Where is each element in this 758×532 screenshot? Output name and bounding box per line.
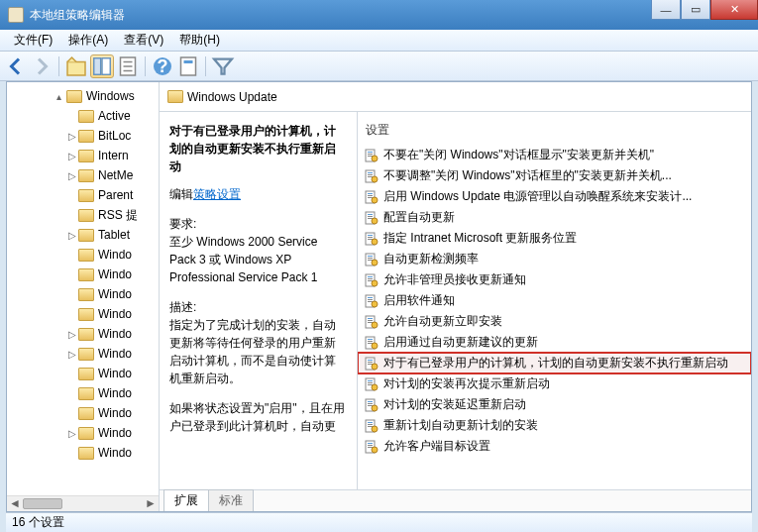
back-button[interactable] xyxy=(4,54,28,78)
tree-item[interactable]: ▷Tablet xyxy=(7,225,159,245)
folder-icon xyxy=(78,268,94,281)
tree-item[interactable]: Windo xyxy=(7,364,159,383)
svg-point-47 xyxy=(372,301,378,307)
tree-item-label: Intern xyxy=(98,149,129,162)
expand-icon[interactable]: ▷ xyxy=(68,349,78,360)
tree-item[interactable]: ▷Windo xyxy=(7,423,159,443)
minimize-button[interactable]: — xyxy=(651,0,681,20)
settings-item[interactable]: 启用软件通知 xyxy=(358,290,751,311)
window-controls: — ▭ ✕ xyxy=(651,0,758,20)
svg-point-67 xyxy=(372,384,378,390)
maximize-button[interactable]: ▭ xyxy=(681,0,710,20)
folder-icon xyxy=(78,130,94,143)
tree-item-label: Windo xyxy=(98,248,132,262)
settings-item[interactable]: 允许非管理员接收更新通知 xyxy=(358,269,751,290)
export-list-button[interactable] xyxy=(116,54,140,78)
svg-rect-54 xyxy=(368,339,373,340)
svg-rect-55 xyxy=(368,341,373,342)
up-button[interactable] xyxy=(64,54,88,78)
expand-icon[interactable]: ▷ xyxy=(68,170,78,181)
policy-icon xyxy=(364,252,379,267)
show-hide-tree-button[interactable] xyxy=(90,54,114,78)
settings-item[interactable]: 启用通过自动更新建议的更新 xyxy=(358,332,751,353)
tree-item[interactable]: Active xyxy=(7,106,159,126)
svg-point-62 xyxy=(372,364,378,370)
settings-item-label: 允许非管理员接收更新通知 xyxy=(383,271,526,288)
tree-hscrollbar[interactable]: ◄► xyxy=(7,495,159,511)
folder-icon xyxy=(78,447,94,460)
settings-item[interactable]: 允许自动更新立即安装 xyxy=(358,311,751,332)
tree-item[interactable]: Windo xyxy=(7,284,159,304)
tree-item[interactable]: ▷Windo xyxy=(7,324,159,344)
settings-item[interactable]: 重新计划自动更新计划的安装 xyxy=(358,415,751,436)
policy-icon xyxy=(364,189,379,205)
settings-item-label: 对于有已登录用户的计算机，计划的自动更新安装不执行重新启动 xyxy=(383,355,728,372)
menu-action[interactable]: 操作(A) xyxy=(60,32,116,49)
expand-icon[interactable]: ▷ xyxy=(68,230,78,241)
svg-point-22 xyxy=(372,197,378,203)
requirements-label: 要求: xyxy=(169,215,347,233)
expand-icon[interactable]: ▷ xyxy=(68,428,78,439)
svg-point-12 xyxy=(372,156,378,161)
settings-item[interactable]: 允许客户端目标设置 xyxy=(358,436,751,457)
settings-item[interactable]: 对计划的安装再次提示重新启动 xyxy=(358,373,751,394)
settings-item[interactable]: 配置自动更新 xyxy=(358,207,751,228)
tree-item[interactable]: ▷Intern xyxy=(7,146,159,165)
tab-extended[interactable]: 扩展 xyxy=(163,489,209,511)
help-button[interactable]: ? xyxy=(151,54,174,78)
tree-item[interactable]: Windo xyxy=(7,265,159,284)
description-label: 描述: xyxy=(169,298,347,316)
expand-icon[interactable]: ▷ xyxy=(68,329,78,340)
tree-item[interactable]: ▴Windows xyxy=(7,86,159,106)
settings-item[interactable]: 启用 Windows Update 电源管理以自动唤醒系统来安装计... xyxy=(358,186,751,207)
tree-item-label: Windo xyxy=(98,327,132,341)
status-text: 16 个设置 xyxy=(12,514,64,531)
svg-point-37 xyxy=(372,260,378,266)
expand-icon[interactable]: ▷ xyxy=(68,151,78,161)
close-button[interactable]: ✕ xyxy=(710,0,758,20)
expand-icon[interactable]: ▴ xyxy=(56,91,66,102)
expand-icon[interactable]: ▷ xyxy=(68,131,78,142)
svg-rect-69 xyxy=(368,401,373,402)
tree-item[interactable]: Windo xyxy=(7,383,159,403)
tree-item[interactable]: Parent xyxy=(7,185,159,205)
tree-item[interactable]: ▷BitLoc xyxy=(7,126,159,146)
menu-view[interactable]: 查看(V) xyxy=(116,32,171,49)
tree-item[interactable]: Windo xyxy=(7,403,159,423)
properties-button[interactable] xyxy=(176,54,200,78)
tree-item[interactable]: RSS 提 xyxy=(7,205,159,225)
description-text-2: 如果将状态设置为"启用"，且在用户已登录到此计算机时，自动更 xyxy=(169,399,347,435)
settings-item-label: 启用通过自动更新建议的更新 xyxy=(383,334,538,351)
settings-item[interactable]: 不要调整"关闭 Windows"对话框里的"安装更新并关机... xyxy=(358,165,751,186)
tab-standard[interactable]: 标准 xyxy=(208,489,254,511)
settings-item[interactable]: 对计划的安装延迟重新启动 xyxy=(358,394,751,415)
edit-policy-link[interactable]: 策略设置 xyxy=(193,187,241,201)
svg-rect-39 xyxy=(368,276,373,277)
menu-file[interactable]: 文件(F) xyxy=(6,32,60,49)
policy-icon xyxy=(364,439,379,455)
policy-icon xyxy=(364,210,379,226)
settings-item[interactable]: 指定 Intranet Microsoft 更新服务位置 xyxy=(358,228,751,249)
forward-button[interactable] xyxy=(30,54,54,78)
filter-button[interactable] xyxy=(211,54,235,78)
menu-bar: 文件(F) 操作(A) 查看(V) 帮助(H) xyxy=(0,30,758,52)
settings-item-label: 允许自动更新立即安装 xyxy=(383,313,502,330)
tree-item[interactable]: ▷Windo xyxy=(7,344,159,364)
description-text-1: 指定为了完成计划的安装，自动更新将等待任何登录的用户重新启动计算机，而不是自动使… xyxy=(169,316,347,387)
menu-help[interactable]: 帮助(H) xyxy=(171,32,228,49)
tree-item[interactable]: Windo xyxy=(7,443,159,463)
tree-item-label: NetMe xyxy=(98,168,133,182)
settings-item[interactable]: 对于有已登录用户的计算机，计划的自动更新安装不执行重新启动 xyxy=(358,353,751,373)
settings-item-label: 不要在"关闭 Windows"对话框显示"安装更新并关机" xyxy=(383,147,654,163)
tree-item[interactable]: Windo xyxy=(7,245,159,265)
svg-rect-9 xyxy=(368,152,373,153)
svg-rect-14 xyxy=(368,172,373,173)
svg-rect-40 xyxy=(368,278,373,279)
svg-rect-50 xyxy=(368,320,373,321)
svg-rect-70 xyxy=(368,403,373,404)
tree-item[interactable]: Windo xyxy=(7,304,159,324)
settings-item[interactable]: 自动更新检测频率 xyxy=(358,249,751,269)
settings-item[interactable]: 不要在"关闭 Windows"对话框显示"安装更新并关机" xyxy=(358,145,751,165)
tree-item[interactable]: ▷NetMe xyxy=(7,165,159,185)
svg-rect-49 xyxy=(368,318,373,319)
